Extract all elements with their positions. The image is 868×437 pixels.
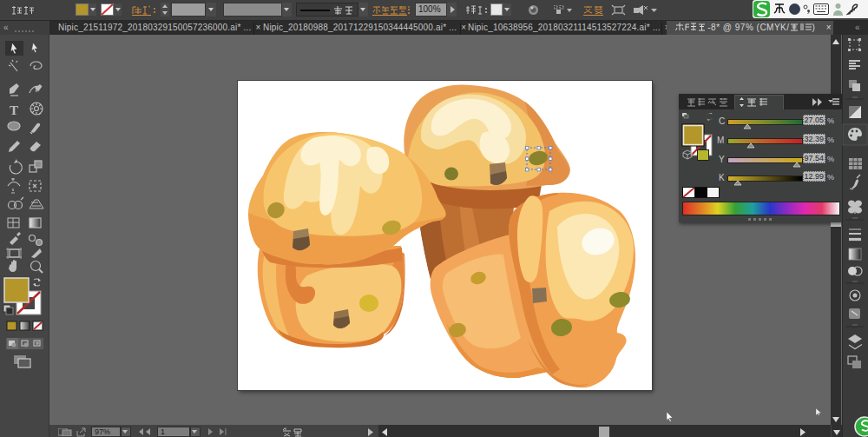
svg-text:T: T — [10, 103, 18, 117]
